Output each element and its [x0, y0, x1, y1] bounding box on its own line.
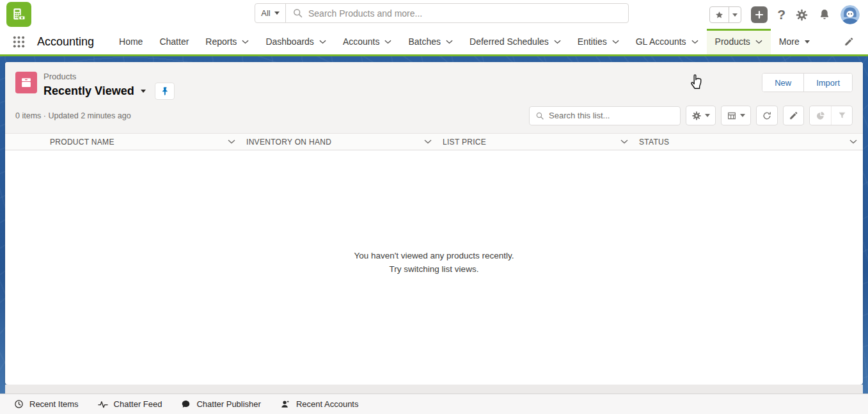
pin-list-view-button[interactable]	[155, 83, 175, 100]
import-button[interactable]: Import	[803, 74, 852, 92]
caret-down-icon	[805, 40, 810, 44]
tab-deferred-schedules[interactable]: Deferred Schedules	[461, 29, 569, 54]
column-header-inventory-on-hand[interactable]: INVENTORY ON HAND	[241, 134, 438, 150]
empty-state: You haven't viewed any products recently…	[5, 150, 863, 274]
search-icon	[535, 111, 544, 120]
chevron-down-icon	[755, 40, 762, 44]
setup-gear-icon[interactable]	[795, 8, 809, 22]
pulse-icon	[98, 400, 108, 409]
column-header-status[interactable]: STATUS	[634, 134, 863, 150]
list-search-input[interactable]	[549, 111, 674, 120]
utility-chatter-feed[interactable]: Chatter Feed	[98, 399, 162, 409]
tab-batches[interactable]: Batches	[400, 29, 461, 54]
favorites-button-group	[709, 6, 741, 23]
quick-create-plus-icon[interactable]	[751, 6, 768, 23]
pencil-icon	[789, 111, 798, 120]
nav-edit-pencil-icon[interactable]	[844, 29, 854, 54]
chevron-down-icon[interactable]	[849, 139, 857, 144]
search-icon	[292, 8, 303, 19]
chevron-down-icon	[612, 40, 619, 44]
clock-icon	[14, 399, 24, 409]
chevron-down-icon[interactable]	[228, 139, 235, 144]
global-search-box	[286, 4, 628, 22]
refresh-icon	[762, 111, 772, 121]
pushpin-icon	[161, 86, 169, 96]
tab-more[interactable]: More	[771, 29, 818, 54]
help-icon[interactable]: ?	[777, 6, 785, 23]
global-search: All	[255, 3, 629, 23]
app-logo[interactable]	[6, 2, 31, 27]
empty-state-line2: Try switching list views.	[390, 264, 479, 274]
app-navigation-bar: Accounting Home Chatter Reports Dashboar…	[0, 29, 868, 56]
utility-bar: Recent Items Chatter Feed Chatter Publis…	[0, 394, 868, 414]
tab-products[interactable]: Products	[707, 29, 771, 54]
table-icon	[727, 111, 737, 121]
inline-edit-button[interactable]	[783, 106, 804, 125]
tab-home[interactable]: Home	[111, 29, 151, 54]
global-header: All ?	[0, 0, 868, 29]
list-view-header: Products Recently Viewed	[5, 62, 863, 133]
column-header-list-price[interactable]: LIST PRICE	[438, 134, 634, 150]
page-background: Products Recently Viewed	[0, 56, 868, 414]
chat-bubble-icon	[181, 399, 191, 409]
user-avatar[interactable]	[840, 5, 860, 24]
list-controls	[529, 106, 853, 125]
tab-entities[interactable]: Entities	[569, 29, 627, 54]
tab-dashboards[interactable]: Dashboards	[257, 29, 335, 54]
chevron-down-icon	[554, 40, 561, 44]
table-header-row: PRODUCT NAME INVENTORY ON HAND LIST PRIC…	[5, 133, 863, 150]
column-header-product-name[interactable]: PRODUCT NAME	[45, 134, 241, 150]
chart-filter-button-group	[809, 106, 853, 125]
chevron-down-icon	[384, 40, 391, 44]
gear-icon	[691, 111, 702, 121]
product-object-icon	[15, 72, 37, 93]
salesforce-lightning-page: All ?	[0, 0, 868, 414]
tab-chatter[interactable]: Chatter	[151, 29, 197, 54]
filter-funnel-icon	[837, 111, 847, 120]
filters-button[interactable]	[831, 106, 852, 125]
caret-down-icon	[705, 114, 710, 117]
chevron-down-icon	[446, 40, 453, 44]
caret-down-icon	[740, 114, 745, 117]
pie-chart-icon	[816, 111, 826, 121]
list-actions-button-group: New Import	[762, 73, 853, 92]
list-view-selector-caret-icon[interactable]	[141, 90, 146, 93]
list-view-controls-button[interactable]	[686, 106, 716, 125]
global-search-input[interactable]	[308, 8, 622, 19]
new-button[interactable]: New	[762, 74, 803, 92]
object-label: Products	[43, 72, 175, 81]
search-scope-value: All	[261, 8, 270, 18]
chevron-down-icon[interactable]	[620, 139, 628, 144]
utility-dock-strip	[5, 385, 863, 394]
list-view-card: Products Recently Viewed	[5, 62, 863, 385]
header-actions: ?	[709, 5, 860, 24]
list-meta-text: 0 items · Updated 2 minutes ago	[15, 111, 131, 120]
refresh-button[interactable]	[756, 106, 778, 125]
accounting-calculator-icon	[11, 6, 28, 23]
utility-recent-items[interactable]: Recent Items	[14, 399, 79, 409]
empty-state-line1: You haven't viewed any products recently…	[354, 251, 514, 260]
charts-button[interactable]	[810, 106, 831, 125]
utility-chatter-publisher[interactable]: Chatter Publisher	[181, 399, 260, 409]
chevron-down-icon	[274, 12, 280, 15]
list-view-title[interactable]: Recently Viewed	[43, 84, 134, 98]
chevron-down-icon	[242, 40, 249, 44]
chevron-down-icon	[319, 40, 326, 44]
tab-reports[interactable]: Reports	[197, 29, 257, 54]
favorites-star-icon[interactable]	[710, 7, 729, 22]
search-scope-selector[interactable]: All	[255, 4, 286, 22]
chevron-down-icon	[691, 40, 698, 44]
notifications-bell-icon[interactable]	[818, 8, 831, 21]
list-search-box	[529, 106, 681, 125]
tab-accounts[interactable]: Accounts	[335, 29, 400, 54]
tab-gl-accounts[interactable]: GL Accounts	[627, 29, 707, 54]
person-icon	[280, 399, 290, 409]
display-as-button[interactable]	[721, 106, 751, 125]
favorites-caret-icon[interactable]	[729, 7, 741, 22]
app-name: Accounting	[37, 29, 94, 54]
utility-recent-accounts[interactable]: Recent Accounts	[280, 399, 359, 409]
chevron-down-icon[interactable]	[424, 139, 432, 144]
nav-tabs: Home Chatter Reports Dashboards Accounts…	[111, 29, 818, 54]
app-launcher-waffle-icon[interactable]	[5, 29, 32, 54]
